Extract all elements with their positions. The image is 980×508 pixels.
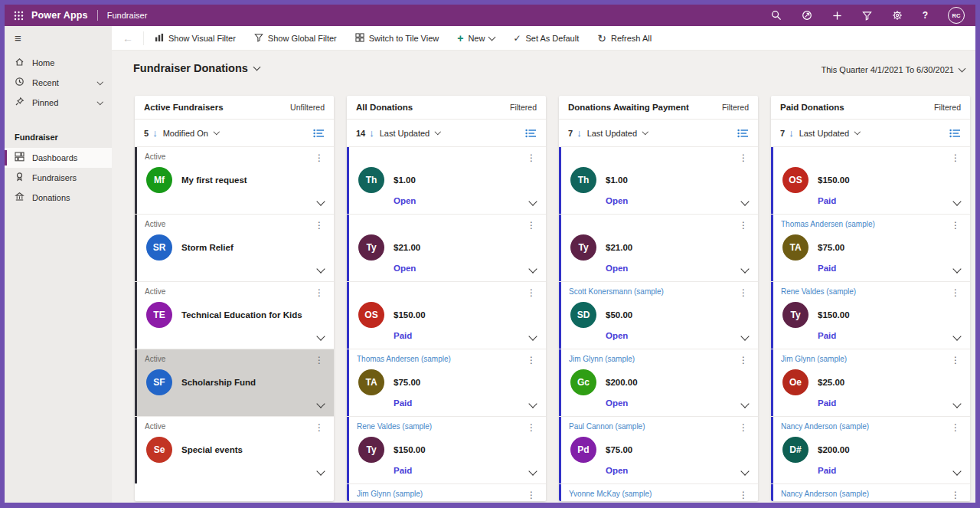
record-card[interactable]: Nancy Anderson (sample) ⋮ xyxy=(771,483,970,501)
record-card[interactable]: Thomas Andersen (sample) ⋮ TA $75.00 Pai… xyxy=(347,349,546,416)
view-options-icon[interactable] xyxy=(313,129,325,138)
sidebar-item-fundraisers[interactable]: Fundraisers xyxy=(5,168,112,188)
column-filter-state[interactable]: Filtered xyxy=(722,103,749,112)
record-card[interactable]: Active ⋮ Se Special events xyxy=(135,416,334,483)
record-card[interactable]: Active ⋮ Mf My first request xyxy=(135,146,334,214)
column-filter-state[interactable]: Filtered xyxy=(934,103,961,112)
kebab-menu-icon[interactable]: ⋮ xyxy=(312,421,327,434)
waffle-menu-icon[interactable] xyxy=(14,11,24,21)
kebab-menu-icon[interactable]: ⋮ xyxy=(312,219,327,231)
sort-descending-icon[interactable]: ↓ xyxy=(152,128,158,138)
record-card[interactable]: Jim Glynn (sample) ⋮ Oe $25.00 Paid xyxy=(771,349,970,416)
view-options-icon[interactable] xyxy=(949,129,961,138)
date-range-filter[interactable]: This Quarter 4/1/2021 To 6/30/2021 xyxy=(822,65,965,74)
compass-icon[interactable] xyxy=(802,10,812,21)
gear-icon[interactable] xyxy=(892,10,903,21)
refresh-all-button[interactable]: ↻ Refresh All xyxy=(597,33,652,44)
kebab-menu-icon[interactable]: ⋮ xyxy=(736,354,751,366)
kebab-menu-icon[interactable]: ⋮ xyxy=(312,354,327,366)
chevron-down-icon[interactable] xyxy=(740,197,749,205)
record-card[interactable]: Thomas Andersen (sample) ⋮ TA $75.00 Pai… xyxy=(771,214,970,281)
chevron-down-icon[interactable] xyxy=(642,129,648,135)
show-visual-filter-button[interactable]: Show Visual Filter xyxy=(155,33,236,44)
chevron-down-icon[interactable] xyxy=(96,99,103,105)
sidebar-item-home[interactable]: Home xyxy=(5,53,112,73)
quick-create-plus-icon[interactable] xyxy=(832,11,842,21)
record-card[interactable]: Scott Konersmann (sample) ⋮ SD $50.00 Op… xyxy=(559,281,758,349)
card-status-link[interactable]: Open xyxy=(394,264,416,273)
chevron-down-icon[interactable] xyxy=(740,332,749,340)
record-card[interactable]: ⋮ Th $1.00 Open xyxy=(347,146,546,214)
chevron-down-icon[interactable] xyxy=(528,332,537,340)
column-filter-state[interactable]: Unfiltered xyxy=(290,103,325,112)
kebab-menu-icon[interactable]: ⋮ xyxy=(948,287,963,299)
kebab-menu-icon[interactable]: ⋮ xyxy=(524,354,539,366)
record-card[interactable]: Jim Glynn (sample) ⋮ xyxy=(347,483,546,501)
kebab-menu-icon[interactable]: ⋮ xyxy=(948,354,963,366)
search-icon[interactable] xyxy=(771,10,782,21)
kebab-menu-icon[interactable]: ⋮ xyxy=(524,421,539,434)
record-card[interactable]: ⋮ OS $150.00 Paid xyxy=(347,281,546,349)
record-card[interactable]: Active ⋮ TE Technical Education for Kids xyxy=(135,281,334,349)
record-card[interactable]: Active ⋮ SF Scholarship Fund xyxy=(135,349,334,416)
chevron-down-icon[interactable] xyxy=(952,264,961,273)
view-options-icon[interactable] xyxy=(525,129,537,138)
kebab-menu-icon[interactable]: ⋮ xyxy=(948,152,963,164)
filter-icon[interactable] xyxy=(862,11,872,21)
back-arrow-icon[interactable]: ← xyxy=(122,32,133,44)
switch-to-tile-view-button[interactable]: Switch to Tile View xyxy=(355,33,439,44)
record-card[interactable]: ⋮ Ty $21.00 Open xyxy=(347,214,546,281)
chevron-down-icon[interactable] xyxy=(528,197,537,205)
chevron-down-icon[interactable] xyxy=(528,264,537,273)
record-card[interactable]: Rene Valdes (sample) ⋮ Ty $150.00 Paid xyxy=(771,281,970,349)
card-status-link[interactable]: Paid xyxy=(818,466,836,475)
user-avatar[interactable]: RC xyxy=(948,7,965,24)
sidebar-item-pinned[interactable]: Pinned xyxy=(5,93,112,113)
kebab-menu-icon[interactable]: ⋮ xyxy=(312,287,327,299)
record-card[interactable]: Nancy Anderson (sample) ⋮ D# $200.00 Pai… xyxy=(771,416,970,483)
chevron-down-icon[interactable] xyxy=(96,79,103,85)
kebab-menu-icon[interactable]: ⋮ xyxy=(948,489,963,501)
help-icon[interactable]: ? xyxy=(923,10,928,21)
chevron-down-icon[interactable] xyxy=(952,399,961,408)
chevron-down-icon[interactable] xyxy=(214,129,220,135)
dashboard-selector[interactable]: Fundraiser Donations xyxy=(133,62,260,74)
set-as-default-button[interactable]: ✓ Set As Default xyxy=(513,33,579,44)
card-status-link[interactable]: Open xyxy=(606,398,628,408)
card-status-link[interactable]: Open xyxy=(606,466,628,475)
kebab-menu-icon[interactable]: ⋮ xyxy=(736,219,751,231)
card-status-link[interactable]: Paid xyxy=(394,331,412,340)
chevron-down-icon[interactable] xyxy=(435,129,441,135)
kebab-menu-icon[interactable]: ⋮ xyxy=(736,421,751,434)
card-status-link[interactable]: Open xyxy=(606,331,628,340)
chevron-down-icon[interactable] xyxy=(740,467,749,475)
record-card[interactable]: Yvonne McKay (sample) ⋮ xyxy=(559,483,758,501)
card-status-link[interactable]: Open xyxy=(606,196,628,205)
sort-field-label[interactable]: Modified On xyxy=(163,129,208,138)
card-status-link[interactable]: Paid xyxy=(818,331,836,340)
chevron-down-icon[interactable] xyxy=(854,129,861,135)
new-button[interactable]: + New xyxy=(457,33,495,44)
kebab-menu-icon[interactable]: ⋮ xyxy=(736,489,751,501)
hamburger-menu-icon[interactable]: ≡ xyxy=(5,26,112,44)
kebab-menu-icon[interactable]: ⋮ xyxy=(524,489,539,501)
card-status-link[interactable]: Open xyxy=(394,196,416,205)
environment-name[interactable]: Fundraiser xyxy=(107,11,148,20)
sort-field-label[interactable]: Last Updated xyxy=(799,129,849,138)
sort-descending-icon[interactable]: ↓ xyxy=(369,128,374,138)
card-status-link[interactable]: Paid xyxy=(818,398,836,408)
kebab-menu-icon[interactable]: ⋮ xyxy=(524,219,539,231)
chevron-down-icon[interactable] xyxy=(952,197,961,205)
card-status-link[interactable]: Paid xyxy=(394,466,412,475)
chevron-down-icon[interactable] xyxy=(316,399,325,408)
chevron-down-icon[interactable] xyxy=(528,399,537,408)
chevron-down-icon[interactable] xyxy=(316,467,325,475)
chevron-down-icon[interactable] xyxy=(528,467,537,475)
kebab-menu-icon[interactable]: ⋮ xyxy=(524,287,539,299)
kebab-menu-icon[interactable]: ⋮ xyxy=(948,219,963,231)
chevron-down-icon[interactable] xyxy=(952,467,961,475)
record-card[interactable]: Paul Cannon (sample) ⋮ Pd $75.00 Open xyxy=(559,416,758,483)
record-card[interactable]: ⋮ Th $1.00 Open xyxy=(559,146,758,214)
sidebar-item-recent[interactable]: Recent xyxy=(5,73,112,93)
card-status-link[interactable]: Open xyxy=(606,264,628,273)
